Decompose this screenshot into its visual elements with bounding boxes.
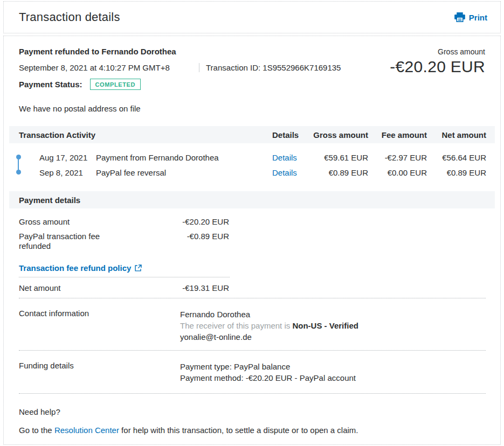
printer-icon — [454, 12, 465, 22]
policy-link-row: Transaction fee refund policy — [19, 263, 485, 273]
row-value: -€0.89 EUR — [180, 232, 229, 251]
net-amount-row: Net amount -€19.31 EUR — [19, 283, 485, 293]
page-header: Transaction details Print — [3, 1, 501, 33]
column-fee: Fee amount — [368, 130, 427, 140]
row-gross: €59.61 EUR — [310, 153, 368, 162]
date-row: September 8, 2021 at 4:10:27 PM GMT+8 Tr… — [19, 63, 341, 72]
payment-status-row: Payment Status: COMPLETED — [19, 79, 341, 90]
row-description: Payment from Fernando Dorothea — [96, 153, 272, 162]
funding-details-content: Payment type: PayPal balance Payment met… — [180, 361, 485, 384]
payment-type: Payment type: PayPal balance — [180, 361, 485, 372]
transaction-id: Transaction ID: 1S9552966K7169135 — [206, 63, 341, 72]
timeline-dot-2 — [16, 170, 21, 175]
row-description: PayPal fee reversal — [96, 168, 272, 177]
activity-table-header: Transaction Activity Details Gross amoun… — [9, 126, 495, 143]
need-help-title: Need help? — [19, 407, 485, 416]
row-net: €56.64 EUR — [427, 153, 486, 162]
gross-amount-row: Gross amount -€20.20 EUR — [19, 217, 485, 227]
help-text-after: for help with this transaction, to settl… — [119, 426, 358, 435]
column-gross: Gross amount — [310, 130, 368, 140]
funding-details-section: Funding details Payment type: PayPal bal… — [19, 361, 485, 384]
contact-email: yonalie@t-online.de — [180, 331, 485, 343]
payment-details-header: Payment details — [9, 191, 495, 208]
summary-section: Payment refunded to Fernando Dorothea Se… — [19, 47, 485, 90]
column-details: Details — [272, 130, 310, 140]
activity-row-2: Sep 8, 2021 PayPal fee reversal Details … — [19, 165, 485, 180]
fee-refunded-row: PayPal transaction fee refunded -€0.89 E… — [19, 232, 485, 251]
activity-rows: Aug 17, 2021 Payment from Fernando Dorot… — [19, 150, 485, 180]
receiver-status-line: The receiver of this payment is Non-US -… — [180, 320, 485, 331]
row-date: Aug 17, 2021 — [39, 153, 96, 162]
row-value: -€19.31 EUR — [180, 283, 229, 293]
row-fee: €0.00 EUR — [368, 168, 427, 177]
print-label: Print — [469, 13, 487, 22]
summary-right: Gross amount -€20.20 EUR — [390, 47, 485, 90]
gross-amount-value: -€20.20 EUR — [390, 58, 485, 76]
divider — [19, 298, 486, 298]
row-label: PayPal transaction fee refunded — [19, 232, 132, 251]
payment-details-title: Payment details — [19, 196, 485, 205]
timeline-dot-1 — [16, 155, 21, 159]
summary-left: Payment refunded to Fernando Dorothea Se… — [19, 47, 341, 90]
gross-amount-label: Gross amount — [390, 47, 485, 56]
transaction-body: Payment refunded to Fernando Dorothea Se… — [3, 36, 501, 445]
receiver-status: Non-US - Verified — [292, 321, 358, 330]
divider — [19, 277, 230, 277]
details-link-1[interactable]: Details — [272, 153, 310, 162]
payment-method: Payment method: -€20.20 EUR - PayPal acc… — [180, 372, 485, 384]
transaction-details-page: Transaction details Print Payment refund… — [3, 1, 501, 445]
column-net: Net amount — [427, 130, 486, 140]
payment-status-label: Payment Status: — [19, 80, 82, 89]
contact-information-label: Contact information — [19, 309, 180, 343]
fee-refund-policy-link[interactable]: Transaction fee refund policy — [19, 263, 131, 273]
divider — [19, 350, 486, 351]
activity-title: Transaction Activity — [19, 130, 272, 140]
payment-details-rows: Gross amount -€20.20 EUR PayPal transact… — [19, 217, 485, 251]
row-label: Net amount — [19, 283, 132, 293]
contact-name: Fernando Dorothea — [180, 309, 485, 320]
row-gross: €0.89 EUR — [310, 168, 368, 177]
divider — [19, 393, 486, 394]
contact-information-section: Contact information Fernando Dorothea Th… — [19, 309, 485, 343]
status-badge: COMPLETED — [90, 79, 141, 90]
funding-details-label: Funding details — [19, 361, 180, 384]
transaction-date: September 8, 2021 at 4:10:27 PM GMT+8 — [19, 63, 199, 72]
details-link-2[interactable]: Details — [272, 168, 310, 177]
page-title: Transaction details — [19, 10, 120, 24]
row-label: Gross amount — [19, 217, 132, 227]
no-postal-address-notice: We have no postal address on file — [19, 104, 485, 113]
contact-information-content: Fernando Dorothea The receiver of this p… — [180, 309, 485, 343]
help-text-before: Go to the — [19, 426, 54, 435]
row-value: -€20.20 EUR — [180, 217, 229, 227]
help-text: Go to the Resolution Center for help wit… — [19, 426, 485, 435]
resolution-center-link[interactable]: Resolution Center — [54, 426, 119, 435]
external-link-icon — [135, 264, 142, 271]
payee-line: Payment refunded to Fernando Dorothea — [19, 47, 341, 56]
row-net: €0.89 EUR — [427, 168, 486, 177]
row-fee: -€2.97 EUR — [368, 153, 427, 162]
receiver-prefix: The receiver of this payment is — [180, 321, 292, 330]
activity-row-1: Aug 17, 2021 Payment from Fernando Dorot… — [19, 150, 485, 165]
print-button[interactable]: Print — [454, 12, 487, 22]
row-date: Sep 8, 2021 — [39, 168, 96, 177]
vertical-divider — [199, 63, 199, 72]
